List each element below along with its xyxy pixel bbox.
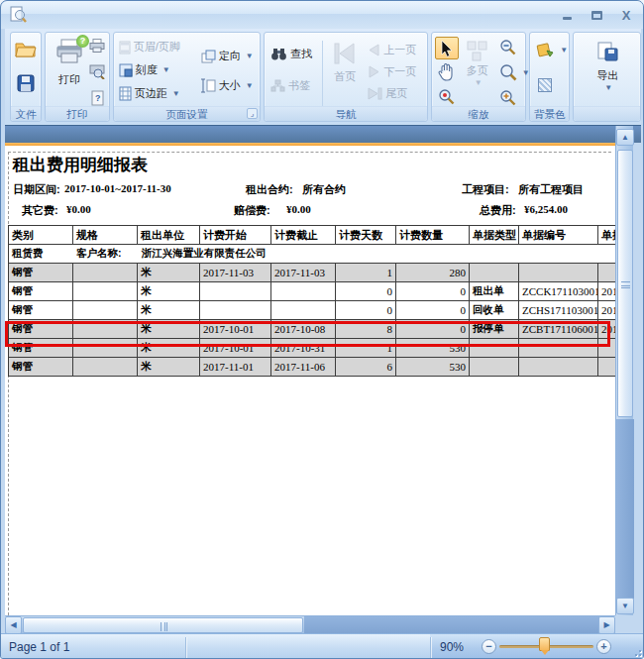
vertical-scrollbar[interactable]: ▲ ▼ — [615, 126, 633, 615]
export-icon — [595, 41, 619, 64]
table-cell — [271, 301, 336, 320]
horizontal-scrollbar[interactable]: ◀ ▶ — [5, 615, 615, 633]
report-page: 租出费用明细报表 日期区间: 2017-10-01~2017-11-30 租出合… — [5, 146, 615, 615]
open-button[interactable] — [15, 41, 37, 58]
chevron-down-icon: ▼ — [246, 81, 254, 90]
navigation-group-label: 导航 — [265, 106, 426, 121]
size-button[interactable]: 大小 ▼ — [201, 78, 254, 93]
highlight-rectangle — [5, 321, 610, 347]
horizontal-scroll-thumb[interactable] — [23, 617, 303, 633]
export-label: 导出 — [596, 68, 618, 83]
help-badge-icon: ? — [76, 35, 89, 48]
chevron-down-icon: ▼ — [172, 89, 180, 98]
hand-tool-button[interactable] — [437, 63, 455, 81]
scroll-down-button[interactable]: ▼ — [616, 598, 634, 614]
zoom-level-button[interactable]: ▼ — [499, 63, 530, 81]
pointer-arrow-icon — [440, 41, 454, 57]
contract-value: 所有合约 — [302, 182, 346, 197]
prev-page-label: 上一页 — [383, 43, 416, 57]
find-button[interactable]: 查找 — [270, 47, 312, 61]
header-footer-label: 页眉/页脚 — [134, 40, 180, 55]
table-cell: ZCHS171103001 — [519, 301, 598, 320]
print-preview-button[interactable] — [89, 64, 105, 79]
project-value: 所有工程项目 — [518, 182, 584, 197]
zoom-region-button[interactable] — [438, 88, 455, 105]
zoom-slider-thumb[interactable] — [539, 637, 550, 651]
last-page-button[interactable]: 尾页 — [368, 86, 407, 101]
watermark-button[interactable] — [538, 78, 552, 92]
scale-label: 刻度 — [136, 62, 158, 77]
svg-text:?: ? — [95, 93, 101, 103]
vertical-scroll-thumb[interactable] — [617, 150, 633, 417]
export-button[interactable]: 导出 ▼ — [588, 41, 627, 92]
find-label: 查找 — [290, 47, 312, 61]
resize-grip[interactable] — [631, 646, 641, 656]
maximize-button[interactable] — [588, 7, 605, 23]
status-bar: Page 1 of 1 90% − + — [1, 633, 644, 659]
table-cell: 280 — [396, 264, 470, 282]
zoom-panel: 90% − + — [430, 634, 644, 659]
open-folder-icon — [15, 41, 37, 58]
dialog-launcher-icon[interactable]: ⌟ — [247, 108, 258, 119]
vertical-scroll-track[interactable] — [616, 419, 634, 599]
table-cell — [598, 358, 616, 377]
close-button[interactable]: X — [617, 7, 635, 23]
horizontal-scroll-track[interactable] — [304, 616, 599, 634]
save-button[interactable] — [17, 74, 35, 92]
margins-label: 页边距 — [135, 86, 167, 101]
print-button-label: 打印 — [58, 72, 80, 87]
quick-print-icon — [89, 39, 105, 53]
table-cell: 租出单 — [470, 282, 519, 301]
customer-group-cell: 租赁费 客户名称: 浙江兴海置业有限责任公司 — [9, 245, 616, 264]
last-page-icon — [368, 87, 382, 100]
prev-page-button[interactable]: 上一页 — [368, 43, 416, 57]
file-group-label: 文件 — [11, 106, 41, 121]
first-page-button[interactable]: 首页 — [328, 41, 362, 84]
prev-page-icon — [368, 44, 380, 56]
next-page-label: 下一页 — [383, 64, 416, 79]
customer-label: 客户名称: — [76, 247, 139, 261]
table-cell: 0 — [396, 282, 470, 301]
zoom-in-button-status[interactable]: + — [596, 639, 611, 654]
orientation-button[interactable]: 定向 ▼ — [201, 49, 254, 63]
zoom-out-button[interactable] — [499, 39, 516, 55]
bookmark-button[interactable]: 书签 — [270, 78, 310, 93]
bookmark-label: 书签 — [288, 78, 310, 93]
fill-color-button[interactable]: ▼ — [536, 42, 568, 58]
zoom-group: 多页 ▼ ▼ — [431, 32, 527, 122]
scroll-right-button[interactable]: ▶ — [598, 616, 615, 634]
header-footer-button[interactable]: 页眉/页脚 — [119, 40, 180, 55]
zoom-out-button-status[interactable]: − — [482, 639, 496, 654]
next-page-button[interactable]: 下一页 — [368, 64, 416, 79]
quick-print-button[interactable] — [89, 39, 105, 53]
zoom-in-button[interactable] — [499, 89, 516, 106]
table-cell — [470, 358, 519, 377]
next-page-icon — [368, 65, 380, 78]
scale-button[interactable]: 刻度 ▼ — [119, 62, 170, 77]
pointer-tool-button[interactable] — [435, 37, 459, 59]
margins-button[interactable]: 页边距 ▼ — [119, 86, 180, 101]
col-header: 计费截止 — [271, 226, 336, 245]
chevron-down-icon: ▼ — [162, 65, 170, 74]
scroll-up-button[interactable]: ▲ — [616, 129, 634, 146]
table-row: 钢管 米 2017-11-01 2017-11-06 6 530 — [9, 358, 616, 377]
table-cell: 530 — [396, 358, 470, 377]
print-group: ? 打印 ? — [45, 32, 110, 122]
page-setup-group-label: 页面设置 — [114, 106, 261, 121]
table-cell — [519, 358, 598, 377]
header-footer-icon — [119, 41, 131, 55]
table-row: 钢管 米 0 0 租出单 ZCCK171103001 2017- — [9, 282, 616, 301]
print-button[interactable]: ? 打印 — [52, 39, 87, 87]
table-cell: 1 — [336, 264, 396, 282]
minimize-button[interactable] — [558, 7, 576, 23]
table-cell — [73, 282, 138, 301]
scroll-left-button[interactable]: ◀ — [5, 616, 22, 634]
page-question-icon: ? — [91, 90, 104, 106]
hand-icon — [437, 63, 455, 81]
print-properties-button[interactable]: ? — [91, 90, 104, 106]
chevron-down-icon: ▼ — [475, 78, 483, 87]
table-cell: 米 — [138, 301, 200, 320]
print-group-label: 打印 — [46, 106, 109, 121]
multipage-button[interactable]: 多页 ▼ — [462, 41, 493, 87]
multipage-icon — [467, 41, 487, 61]
